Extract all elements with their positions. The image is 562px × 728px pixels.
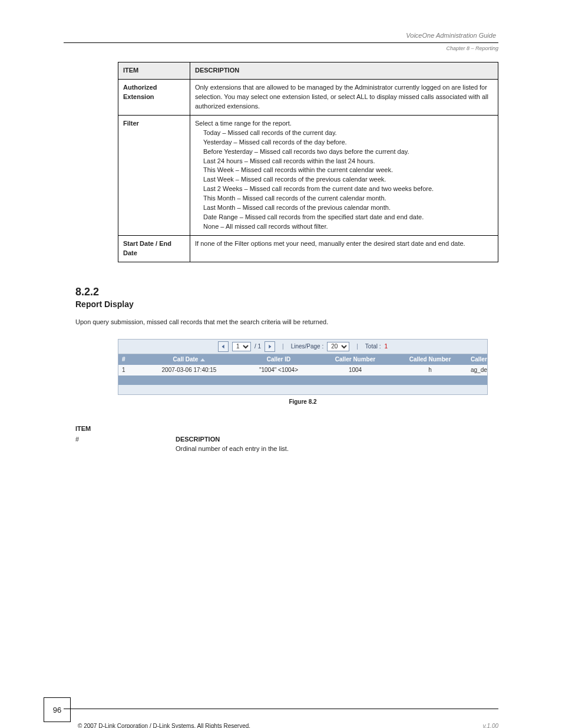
col-caller-group[interactable]: Caller Group — [467, 356, 487, 363]
desc-table-header: ITEM — [75, 425, 562, 432]
cell-caller-number: 1004 — [318, 367, 393, 373]
chapter-label: Chapter 8 – Reporting — [0, 45, 498, 51]
row-auth-ext-label: Authorized Extension — [118, 79, 190, 115]
total-label: Total : — [365, 343, 381, 350]
cell-index: 1 — [118, 367, 138, 373]
col-called-number[interactable]: Called Number — [393, 356, 467, 363]
filter-opt-yesterday: Yesterday – Missed call records of the d… — [203, 138, 493, 147]
filter-opt-lastweek: Last Week – Missed call records of the p… — [203, 175, 493, 185]
desc-col-head: DESCRIPTION — [176, 434, 498, 444]
sort-asc-icon — [200, 358, 205, 361]
cell-caller-id: "1004" <1004> — [240, 367, 318, 373]
grid-header-row: # Call Date Caller ID Caller Number Call… — [118, 354, 487, 365]
table-row[interactable]: 1 2007-03-06 17:40:15 "1004" <1004> 1004… — [118, 365, 487, 375]
prev-page-button[interactable] — [218, 341, 229, 352]
footer-copyright: © 2007 D-Link Corporation / D-Link Syste… — [78, 723, 250, 728]
total-count: 1 — [385, 343, 388, 350]
col-caller-number[interactable]: Caller Number — [318, 356, 393, 363]
section-number: 8.2.2 — [75, 286, 562, 298]
next-page-button[interactable] — [265, 341, 275, 352]
missed-calls-grid: 1 / 1 | Lines/Page : 20 | Total : 1 # Ca… — [118, 339, 488, 395]
grid-pager-bar: 1 / 1 | Lines/Page : 20 | Total : 1 — [118, 340, 487, 354]
section-title: Report Display — [75, 299, 562, 309]
lines-per-page-label: Lines/Page : — [291, 343, 324, 350]
row-filter-label: Filter — [118, 115, 190, 235]
svg-marker-1 — [269, 345, 271, 348]
col-call-date[interactable]: Call Date — [138, 356, 240, 363]
filter-opt-24h: Last 24 hours – Missed call records with… — [203, 157, 493, 166]
row-filter-intro: Select a time range for the report. — [195, 119, 493, 129]
filter-options-table: ITEM DESCRIPTION Authorized Extension On… — [118, 62, 498, 262]
col-index[interactable]: # — [118, 356, 138, 363]
page-number: 96 — [44, 697, 71, 722]
triangle-right-icon — [267, 344, 272, 349]
page-select[interactable]: 1 — [232, 342, 251, 351]
filter-opt-lastmonth: Last Month – Missed call records of the … — [203, 203, 493, 213]
lines-per-page-select[interactable]: 20 — [327, 342, 349, 351]
running-head: VoiceOne Administration Guide — [64, 32, 498, 39]
filter-opt-none: None – All missed call records without f… — [203, 222, 493, 232]
page-total: / 1 — [254, 343, 261, 350]
col-caller-id[interactable]: Caller ID — [240, 356, 318, 363]
footer-version: v.1.00 — [483, 723, 499, 728]
cell-called-number: h — [393, 367, 467, 373]
cell-caller-group: ag_default — [467, 367, 487, 373]
figure-caption: Figure 8.2 — [118, 398, 488, 405]
row-filter-desc: Select a time range for the report. Toda… — [190, 115, 498, 235]
filter-opt-before: Before Yesterday – Missed call records t… — [203, 147, 493, 157]
filter-opt-today: Today – Missed call records of the curre… — [203, 129, 493, 138]
desc-col-label: # — [75, 434, 176, 454]
row-dates-label: Start Date / End Date — [118, 236, 190, 262]
row-auth-ext-desc: Only extensions that are allowed to be m… — [190, 79, 498, 115]
filter-opt-thisweek: This Week – Missed call records within t… — [203, 166, 493, 175]
filter-opt-daterange: Date Range – Missed call records from th… — [203, 213, 493, 222]
desc-col-text: Ordinal number of each entry in the list… — [176, 444, 498, 454]
th-item: ITEM — [118, 62, 190, 80]
row-dates-desc: If none of the Filter options met your n… — [190, 236, 498, 262]
desc-table-row: # DESCRIPTION Ordinal number of each ent… — [75, 434, 498, 454]
triangle-left-icon — [221, 344, 226, 349]
th-desc: DESCRIPTION — [190, 62, 498, 80]
filter-opt-thismonth: This Month – Missed call records of the … — [203, 194, 493, 203]
svg-marker-0 — [222, 345, 224, 348]
section-body: Upon query submission, missed call recor… — [75, 317, 498, 327]
cell-call-date: 2007-03-06 17:40:15 — [138, 367, 240, 373]
filter-opt-2weeks: Last 2 Weeks – Missed call records from … — [203, 185, 493, 194]
